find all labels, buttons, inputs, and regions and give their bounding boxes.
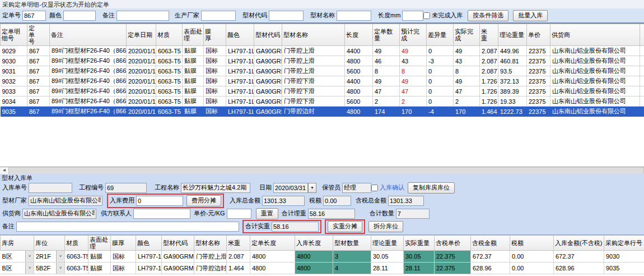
- actual-share-button[interactable]: 实重分摊: [328, 221, 362, 232]
- cell[interactable]: 4800: [345, 86, 373, 96]
- cell[interactable]: 22375: [527, 46, 550, 56]
- dropdown-arrow-icon[interactable]: ˅: [25, 263, 34, 274]
- unfinished-checkbox[interactable]: [423, 12, 430, 19]
- tax-field[interactable]: [323, 196, 351, 206]
- cell[interactable]: 国标: [111, 251, 136, 263]
- cell[interactable]: 460.81: [498, 56, 527, 66]
- cell[interactable]: 93.5: [498, 66, 527, 76]
- cell[interactable]: 22.375: [435, 263, 471, 274]
- cell[interactable]: 30.05: [404, 251, 435, 263]
- column-header[interactable]: 材质: [65, 236, 88, 251]
- cell[interactable]: 8: [454, 66, 480, 76]
- cell[interactable]: LH797-1LL0: [226, 86, 254, 96]
- column-header[interactable]: 膜厚: [111, 236, 136, 251]
- column-header[interactable]: 实际完成: [454, 24, 480, 46]
- cell[interactable]: 国标: [111, 263, 136, 274]
- cell[interactable]: 贴膜: [183, 56, 204, 66]
- cell[interactable]: GA90GRM05: [162, 263, 194, 274]
- profile-code-filter-input[interactable]: [269, 11, 304, 21]
- cell[interactable]: 9030: [1, 56, 27, 66]
- cell[interactable]: 门带腔边封: [194, 263, 227, 274]
- cell[interactable]: 6063-T5: [65, 263, 88, 274]
- column-header[interactable]: 差异量: [427, 24, 454, 46]
- cell[interactable]: 6063-T5: [156, 76, 183, 86]
- cell[interactable]: 国标: [204, 56, 226, 66]
- cell[interactable]: 山东南山铝业股份有限公司: [550, 107, 640, 117]
- column-header[interactable]: 预计完成: [400, 24, 427, 46]
- column-header[interactable]: 库位: [34, 236, 65, 251]
- cell[interactable]: 2020/01/13: [127, 46, 156, 56]
- cell[interactable]: 1.464: [480, 107, 498, 117]
- cell[interactable]: 2: [400, 96, 427, 107]
- cell[interactable]: 2: [373, 96, 400, 107]
- cell[interactable]: 2.087: [480, 66, 498, 76]
- column-header[interactable]: 定单日期: [127, 24, 156, 46]
- length-filter-input[interactable]: [402, 11, 423, 21]
- receipt-no-field[interactable]: [29, 183, 72, 193]
- column-header[interactable]: 颜色: [136, 236, 162, 251]
- column-header[interactable]: 理论重量: [371, 236, 404, 251]
- cell[interactable]: 2.087: [480, 46, 498, 56]
- cell[interactable]: 628.96: [554, 263, 604, 274]
- cell[interactable]: [640, 96, 644, 107]
- cell[interactable]: 1.464: [227, 263, 250, 274]
- cell[interactable]: GA90GRM03: [162, 251, 194, 263]
- cell[interactable]: 9032: [1, 76, 27, 86]
- cell[interactable]: 89#门框型材F26-F40（866+867）: [50, 96, 127, 107]
- cell[interactable]: 4: [333, 263, 371, 274]
- cell[interactable]: 867: [27, 76, 50, 86]
- dropdown-arrow-icon[interactable]: ˅: [56, 263, 64, 274]
- column-header[interactable]: 型材代码: [254, 24, 282, 46]
- cell[interactable]: 49: [454, 46, 480, 56]
- cell[interactable]: GA90GRM03: [254, 56, 282, 66]
- supplier-field[interactable]: [22, 209, 96, 219]
- column-header[interactable]: 表面处理: [183, 24, 204, 46]
- note-field[interactable]: [16, 222, 239, 232]
- cell[interactable]: 国标: [204, 66, 226, 76]
- cell[interactable]: 6063-T5: [156, 66, 183, 76]
- keeper-field[interactable]: [342, 183, 371, 193]
- cell[interactable]: 89#门框型材F26-F40（866+867）: [50, 66, 127, 76]
- cell[interactable]: 山东南山铝业股份有限公司: [550, 56, 640, 66]
- cell[interactable]: LH797-1LL0: [226, 76, 254, 86]
- cell[interactable]: 9030: [604, 251, 644, 263]
- cell[interactable]: 672.37: [554, 251, 604, 263]
- cell[interactable]: LH797-1LL0: [226, 96, 254, 107]
- cell[interactable]: 国标: [204, 107, 226, 117]
- cell[interactable]: 4800: [250, 251, 295, 263]
- remark-filter-input[interactable]: [116, 11, 169, 21]
- cell[interactable]: 0: [427, 66, 454, 76]
- cell[interactable]: 9031: [1, 66, 27, 76]
- column-header[interactable]: 库房: [1, 236, 34, 251]
- cell[interactable]: 门带腔上滑: [282, 66, 345, 76]
- fee-share-button[interactable]: 费用分摊: [186, 195, 221, 206]
- column-header[interactable]: 米重: [480, 24, 498, 46]
- dropdown-arrow-icon[interactable]: ˅: [25, 251, 34, 262]
- cell[interactable]: 49: [400, 46, 427, 56]
- cell[interactable]: 贴膜: [183, 76, 204, 86]
- cell[interactable]: 1.726: [480, 76, 498, 86]
- order-row[interactable]: 903486789#门框型材F26-F40（866+867）2020/01/13…: [1, 96, 644, 107]
- cell[interactable]: 山东南山铝业股份有限公司: [550, 66, 640, 76]
- cell[interactable]: 6063-T5: [156, 96, 183, 107]
- cell[interactable]: 22375: [527, 76, 550, 86]
- cell[interactable]: 4800: [295, 251, 333, 263]
- cell[interactable]: 贴膜: [183, 96, 204, 107]
- cell[interactable]: 4800: [345, 56, 373, 66]
- cell[interactable]: 8: [400, 66, 427, 76]
- manufacturer-filter-input[interactable]: [201, 11, 236, 21]
- cell[interactable]: 2.087: [227, 251, 250, 263]
- contact-field[interactable]: [133, 209, 190, 219]
- cell[interactable]: 43: [400, 56, 427, 66]
- order-no-filter-input[interactable]: [22, 11, 46, 21]
- cell[interactable]: 3: [333, 251, 371, 263]
- cell[interactable]: 628.96: [471, 263, 510, 274]
- inbound-row[interactable]: B区˅2R1F˅6063-T5贴膜国标LH797-1LL0GA90GRM03门带…: [1, 251, 644, 263]
- date-field[interactable]: [273, 183, 308, 193]
- cell[interactable]: 贴膜: [88, 263, 111, 274]
- cell[interactable]: LH797-1LL0: [136, 263, 162, 274]
- cell[interactable]: GA90GRM04: [254, 76, 282, 86]
- cell[interactable]: 867: [27, 86, 50, 96]
- cell[interactable]: 22.375: [435, 251, 471, 263]
- column-header[interactable]: 型材名称: [282, 24, 345, 46]
